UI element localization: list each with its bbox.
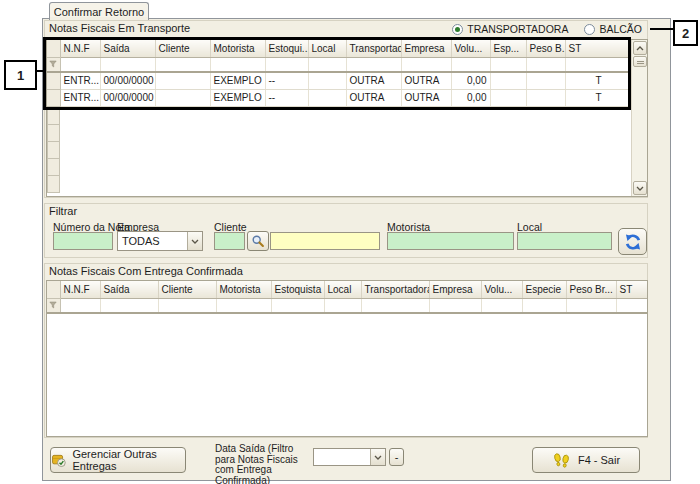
- cell-transportadora[interactable]: OUTRA: [346, 89, 401, 106]
- grid2-filter-cell[interactable]: [158, 298, 216, 313]
- grid2-filter-cell[interactable]: [216, 298, 271, 313]
- cell-st[interactable]: T: [565, 72, 632, 89]
- grid1-filter-cell[interactable]: [100, 57, 155, 72]
- cell-nnf[interactable]: ENTR...: [60, 72, 100, 89]
- grid1-filter-cell[interactable]: [490, 57, 526, 72]
- grid1-col-local[interactable]: Local: [308, 40, 346, 57]
- local-input[interactable]: [517, 232, 612, 250]
- cell-especie[interactable]: [490, 72, 526, 89]
- grid1-col-st[interactable]: ST: [565, 40, 632, 57]
- grid2-col-st[interactable]: ST: [616, 281, 648, 298]
- table-row[interactable]: ENTR... 00/00/0000 EXEMPLO -- OUTRA OUTR…: [47, 72, 632, 89]
- refresh-button[interactable]: [618, 228, 647, 255]
- grid2-filter-cell[interactable]: [616, 298, 648, 313]
- grid1-col-transportadora[interactable]: Transportad...: [346, 40, 401, 57]
- grid1-filter-cell[interactable]: [210, 57, 265, 72]
- grid2-col-transportadora[interactable]: Transportadora: [361, 281, 429, 298]
- cell-estoquista[interactable]: --: [265, 72, 308, 89]
- cell-saida[interactable]: 00/00/0000: [100, 72, 155, 89]
- scroll-up-button[interactable]: [633, 41, 647, 55]
- callout-1-connector: [37, 70, 45, 72]
- cell-cliente[interactable]: [155, 89, 210, 106]
- cell-transportadora[interactable]: OUTRA: [346, 72, 401, 89]
- cell-st[interactable]: T: [565, 89, 632, 106]
- table-row[interactable]: ENTR... 00/00/0000 EXEMPLO -- OUTRA OUTR…: [47, 89, 632, 106]
- grid1-col-especie[interactable]: Esp...: [490, 40, 526, 57]
- grid1-col-peso[interactable]: Peso B...: [526, 40, 565, 57]
- grid2-col-empresa[interactable]: Empresa: [429, 281, 481, 298]
- radio-transportadora[interactable]: TRANSPORTADORA: [452, 23, 568, 35]
- grid1-filter-cell[interactable]: [155, 57, 210, 72]
- cell-peso[interactable]: [526, 72, 565, 89]
- grid2-col-volume[interactable]: Volu...: [481, 281, 522, 298]
- grid1-filter-cell[interactable]: [565, 57, 632, 72]
- cell-especie[interactable]: [490, 89, 526, 106]
- grid2-col-estoquista[interactable]: Estoquista: [271, 281, 324, 298]
- cell-empresa[interactable]: OUTRA: [401, 89, 451, 106]
- grid2-filter-cell[interactable]: [361, 298, 429, 313]
- cell-motorista[interactable]: EXEMPLO: [210, 89, 265, 106]
- grid2-filter-cell[interactable]: [566, 298, 616, 313]
- cell-volume[interactable]: 0,00: [451, 72, 490, 89]
- grid2-filter-row: [47, 298, 648, 313]
- radio-balcao[interactable]: BALCÃO: [584, 23, 642, 35]
- motorista-input[interactable]: [387, 232, 514, 250]
- gerenciar-outras-entregas-button[interactable]: Gerenciar Outras Entregas: [50, 447, 186, 473]
- cell-local[interactable]: [308, 89, 346, 106]
- cell-estoquista[interactable]: --: [265, 89, 308, 106]
- cell-local[interactable]: [308, 72, 346, 89]
- grid2-indicator-header: [47, 281, 60, 298]
- cell-empresa[interactable]: OUTRA: [401, 72, 451, 89]
- cell-volume[interactable]: 0,00: [451, 89, 490, 106]
- cliente-search-button[interactable]: [247, 231, 269, 251]
- cell-cliente[interactable]: [155, 72, 210, 89]
- numero-nota-input[interactable]: [53, 232, 113, 250]
- data-saida-clear-button[interactable]: -: [389, 448, 404, 466]
- grid2-filter-cell[interactable]: [271, 298, 324, 313]
- f4-sair-button[interactable]: F4 - Sair: [532, 447, 640, 473]
- grid1-col-cliente[interactable]: Cliente: [155, 40, 210, 57]
- grid2-filter-cell[interactable]: [100, 298, 158, 313]
- grid1-filter-cell[interactable]: [308, 57, 346, 72]
- cell-saida[interactable]: 00/00/0000: [100, 89, 155, 106]
- grid2-filter-cell[interactable]: [481, 298, 522, 313]
- grid2-col-especie[interactable]: Especie: [522, 281, 566, 298]
- grid2-filter-cell[interactable]: [429, 298, 481, 313]
- data-saida-combobox[interactable]: [313, 448, 386, 466]
- chevron-down-icon[interactable]: [187, 232, 202, 250]
- grid2-col-nnf[interactable]: N.N.F: [60, 281, 100, 298]
- cell-nnf[interactable]: ENTR...: [60, 89, 100, 106]
- scroll-down-button[interactable]: [633, 181, 647, 195]
- grid2-filter-cell[interactable]: [522, 298, 566, 313]
- grid1-col-empresa[interactable]: Empresa: [401, 40, 451, 57]
- empresa-combobox[interactable]: TODAS: [117, 231, 203, 251]
- grid2-col-cliente[interactable]: Cliente: [158, 281, 216, 298]
- grid1-filter-cell[interactable]: [451, 57, 490, 72]
- grid1-vertical-scrollbar[interactable]: [631, 40, 647, 196]
- gr2-col-local[interactable]: Local: [324, 281, 361, 298]
- cell-motorista[interactable]: EXEMPLO: [210, 72, 265, 89]
- grid2-col-motorista[interactable]: Motorista: [216, 281, 271, 298]
- package-check-icon: [51, 451, 66, 469]
- scroll-thumb[interactable]: [633, 56, 647, 67]
- grid1-filter-cell[interactable]: [60, 57, 100, 72]
- grid1-col-saida[interactable]: Saída: [100, 40, 155, 57]
- grid1-col-volume[interactable]: Volu...: [451, 40, 490, 57]
- grid1-col-estoquista[interactable]: Estoqui...: [265, 40, 308, 57]
- cliente-name-input[interactable]: [270, 232, 380, 250]
- grid2-col-saida[interactable]: Saída: [100, 281, 158, 298]
- chevron-down-icon[interactable]: [370, 449, 385, 465]
- grid1-col-motorista[interactable]: Motorista: [210, 40, 265, 57]
- callout-1-number: 1: [17, 68, 24, 83]
- grid1-filter-cell[interactable]: [401, 57, 451, 72]
- grid1-filter-cell[interactable]: [346, 57, 401, 72]
- grid1-filter-cell[interactable]: [526, 57, 565, 72]
- grid1-filter-cell[interactable]: [265, 57, 308, 72]
- cliente-code-input[interactable]: [214, 232, 245, 250]
- grid2-col-peso[interactable]: Peso Br...: [566, 281, 616, 298]
- grid2-filter-cell[interactable]: [60, 298, 100, 313]
- cell-peso[interactable]: [526, 89, 565, 106]
- grid2-filter-cell[interactable]: [324, 298, 361, 313]
- grid1-col-nnf[interactable]: N.N.F: [60, 40, 100, 57]
- group-entrega-confirmada: Notas Fiscais Com Entrega Confirmada N.N…: [44, 263, 648, 438]
